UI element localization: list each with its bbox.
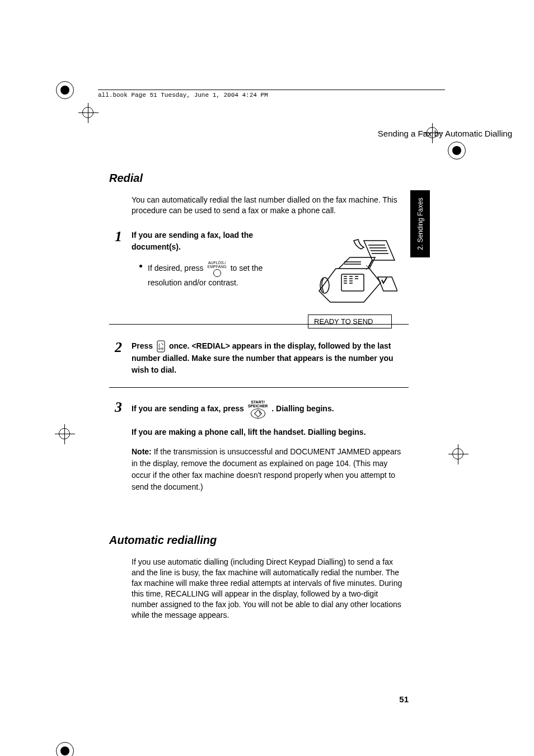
header-divider	[98, 90, 445, 90]
crop-mark-icon	[55, 80, 75, 100]
resolution-button-icon: AUFLÖS./ EMPFANG	[208, 261, 227, 277]
note-text: If the transmission is unsuccessful and …	[132, 447, 401, 491]
step-1-main: If you are sending a fax, load the docum…	[132, 231, 253, 251]
step-number: 1	[115, 229, 132, 244]
step-2-post: once. <REDIAL> appears in the display, f…	[132, 341, 394, 374]
svg-point-3	[159, 348, 161, 350]
step-2-pre: Press	[132, 341, 155, 350]
page-number: 51	[399, 694, 409, 704]
running-header: Sending a Fax by Automatic Dialling	[109, 129, 512, 138]
step-2: 2 Press once. <REDIAL> appears in the di…	[109, 340, 409, 388]
redial-button-icon	[157, 340, 165, 353]
crop-mark-icon	[447, 140, 467, 161]
step-3-line1-pre: If you are sending a fax, press	[132, 404, 246, 413]
print-header-text: all.book Page 51 Tuesday, June 1, 2004 4…	[98, 92, 268, 98]
svg-point-4	[162, 348, 163, 350]
section2-body: If you use automatic dialling (including…	[132, 557, 406, 620]
registration-mark-icon	[448, 444, 469, 464]
start-button-icon: START/ SPEICHER	[248, 400, 268, 419]
section-title-redial: Redial	[109, 172, 409, 185]
fax-display-text: READY TO SEND	[308, 314, 392, 328]
step-1: 1 If you are sending a fax, load the doc…	[109, 229, 409, 325]
chapter-tab: 2. Sending Faxes	[410, 190, 430, 257]
fax-machine-illustration: READY TO SEND	[308, 229, 397, 328]
svg-rect-2	[157, 341, 165, 352]
step-number: 2	[115, 340, 132, 355]
step-3-line1-post: . Dialling begins.	[271, 404, 334, 413]
crop-mark-icon	[55, 741, 75, 756]
section-intro: You can automatically redial the last nu…	[132, 195, 406, 216]
note-label: Note:	[132, 447, 152, 456]
registration-mark-icon	[78, 103, 99, 123]
chapter-tab-label: 2. Sending Faxes	[416, 198, 424, 250]
section-title-auto-redial: Automatic redialling	[109, 534, 409, 547]
step-3-line2: If you are making a phone call, lift the…	[132, 428, 366, 436]
step-3: 3 If you are sending a fax, press START/…	[109, 400, 409, 503]
step-number: 3	[115, 400, 132, 415]
step-1-bullet: If desired, press AUFLÖS./ EMPFANG to se…	[139, 261, 277, 289]
bullet-text-pre: If desired, press	[148, 264, 206, 273]
registration-mark-icon	[55, 424, 75, 444]
bullet-icon	[139, 265, 142, 267]
